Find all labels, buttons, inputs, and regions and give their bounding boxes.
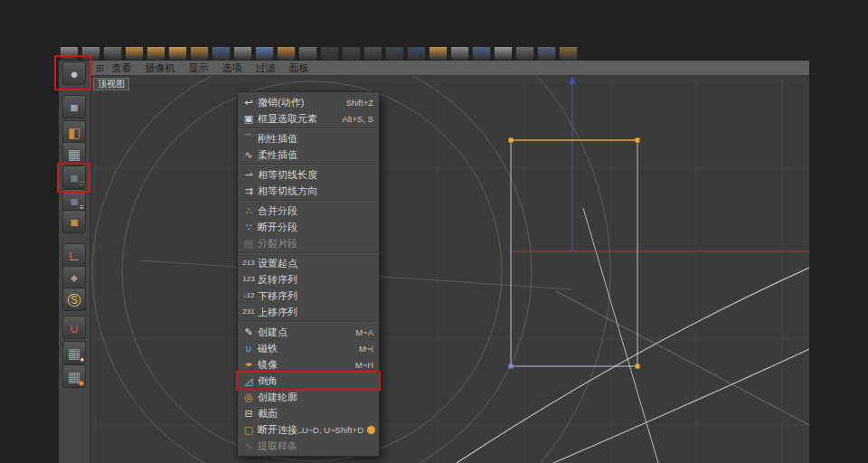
- menu-item-create-outline[interactable]: ◎创建轮廓: [238, 389, 379, 405]
- top-toolbar-icon-19[interactable]: [450, 47, 469, 61]
- top-toolbar-icon-20[interactable]: [472, 47, 491, 61]
- menu-item-disconnect[interactable]: ▢断开连接...U~D, U~Shift+D: [238, 421, 379, 438]
- top-toolbar-icon-09[interactable]: [233, 47, 252, 61]
- left-toolbar: ●■◧▦■∷■≡■∟⌖Ⓢ∪▦●▦◆: [59, 61, 90, 463]
- texture-mode-icon: ◧: [68, 126, 80, 139]
- menu-item-extract-spline[interactable]: ∿提取样条: [238, 438, 379, 454]
- undo-action-shortcut: Shift+Z: [346, 98, 377, 108]
- menu-item-soft-interpolation[interactable]: ∿柔性插值: [238, 146, 379, 163]
- menu-item-chamfer[interactable]: ◿倒角: [238, 373, 379, 389]
- snap-s-icon: Ⓢ: [68, 293, 81, 307]
- top-toolbar-icon-17[interactable]: [407, 47, 426, 61]
- menu-item-magnet[interactable]: ∪磁铁M~I: [238, 340, 379, 356]
- soft-interpolation-label: 柔性插值: [258, 148, 377, 162]
- workplane-lock-button[interactable]: ▦●: [62, 341, 86, 364]
- menu-item-frame-selected-elements[interactable]: ▣框显选取元素Alt+S, S: [238, 110, 379, 127]
- top-toolbar-icon-21[interactable]: [494, 47, 513, 61]
- move-down-sequence-label: 下移序列: [258, 289, 377, 303]
- top-toolbar-icon-04[interactable]: [125, 47, 144, 61]
- menu-item-mirror[interactable]: ◂▸镜像M~H: [238, 356, 379, 373]
- model-mode-button[interactable]: ■: [62, 95, 86, 118]
- top-toolbar-icon-24[interactable]: [559, 47, 578, 61]
- frame-selected-elements-shortcut: Alt+S, S: [342, 114, 377, 124]
- menubar-item-1[interactable]: 摄像机: [145, 61, 175, 75]
- point-bottom-right[interactable]: [636, 364, 640, 369]
- menu-item-equal-tangent-length[interactable]: ⇀相等切线长度: [238, 166, 379, 183]
- magnet-snap-button[interactable]: ∪: [62, 316, 86, 339]
- menu-item-create-point[interactable]: ✎创建点M~A: [238, 324, 379, 340]
- viewport-tool-icon: ⌖: [71, 271, 78, 285]
- cross-section-icon: ⊟: [240, 405, 258, 421]
- top-toolbar-icon-15[interactable]: [363, 47, 382, 61]
- menu-item-cross-section[interactable]: ⊟截面: [238, 405, 379, 421]
- disconnect-icon: ▢: [240, 421, 258, 438]
- desktop-background: { "window": { "viewport_label": "顶视图" },…: [0, 0, 868, 463]
- top-toolbar-icon-12[interactable]: [298, 47, 317, 61]
- point-top-left[interactable]: [509, 138, 514, 143]
- grid-menu-icon[interactable]: ⊞: [96, 63, 103, 73]
- menu-item-set-first-point[interactable]: 213设置起点: [238, 255, 379, 271]
- set-first-point-label: 设置起点: [258, 257, 377, 270]
- menu-item-reverse-sequence[interactable]: 123反转序列: [238, 271, 379, 288]
- workplane-mode-button[interactable]: ▦: [62, 142, 86, 165]
- menu-item-equal-tangent-direction[interactable]: ⇉相等切线方向: [238, 183, 379, 199]
- top-toolbar-icon-05[interactable]: [146, 47, 165, 61]
- top-toolbar-icon-13[interactable]: [320, 47, 339, 61]
- top-toolbar-icon-23[interactable]: [537, 47, 556, 61]
- mirror-shortcut: M~H: [355, 360, 377, 370]
- point-top-right[interactable]: [636, 138, 640, 143]
- menu-item-move-up-sequence[interactable]: 231上移序列: [238, 304, 379, 320]
- menu-item-rigid-interpolation[interactable]: ⌒刚性插值: [238, 130, 379, 146]
- point-bottom-left[interactable]: [509, 364, 514, 369]
- make-editable-button[interactable]: ●: [62, 61, 86, 85]
- menu-item-split-fragment[interactable]: ▤分裂片段: [238, 235, 379, 251]
- move-up-sequence-icon: 231: [240, 304, 258, 320]
- quantize-button[interactable]: ▦◆: [62, 364, 86, 388]
- diagonal-guide: [556, 291, 809, 425]
- grid: [90, 76, 809, 463]
- top-toolbar-icon-03[interactable]: [103, 47, 122, 61]
- top-toolbar-icon-01[interactable]: [60, 47, 79, 61]
- top-toolbar-icon-18[interactable]: [429, 47, 448, 61]
- polygons-mode-button[interactable]: ■: [62, 210, 86, 233]
- top-toolbar-icon-16[interactable]: [385, 47, 404, 61]
- equal-tangent-direction-icon: ⇉: [240, 183, 258, 199]
- top-toolbar-icon-11[interactable]: [277, 47, 296, 61]
- menu-item-join-segment[interactable]: ∴合并分段: [238, 203, 379, 219]
- viewport[interactable]: 顶视图: [90, 76, 809, 463]
- reverse-sequence-icon: 123: [240, 271, 258, 288]
- texture-mode-button[interactable]: ◧: [62, 120, 86, 144]
- enable-axis-button[interactable]: ∟: [62, 243, 86, 267]
- top-toolbar-icon-06[interactable]: [168, 47, 187, 61]
- top-toolbar-icon-10[interactable]: [255, 47, 274, 61]
- viewport-tool-button[interactable]: ⌖: [62, 266, 86, 289]
- y-axis-arrow-icon: [569, 76, 576, 84]
- menu-separator: [238, 200, 379, 202]
- menubar-item-3[interactable]: 选项: [222, 61, 241, 75]
- top-toolbar-icon-08[interactable]: [212, 47, 231, 61]
- move-up-sequence-label: 上移序列: [258, 306, 377, 319]
- snap-s-button[interactable]: Ⓢ: [62, 288, 86, 311]
- edges-mode-icon: ■: [70, 194, 78, 208]
- menubar-item-4[interactable]: 过滤: [255, 61, 275, 75]
- menubar-item-0[interactable]: 查看: [111, 61, 131, 75]
- menubar-item-2[interactable]: 显示: [188, 61, 208, 75]
- top-toolbar: [60, 47, 578, 61]
- create-point-shortcut: M~A: [355, 327, 377, 337]
- top-toolbar-icon-22[interactable]: [515, 47, 534, 61]
- menu-item-undo-action[interactable]: ↩撤销(动作)Shift+Z: [238, 94, 379, 110]
- quantize-sub-icon: ◆: [79, 380, 84, 387]
- points-mode-button[interactable]: ■∷: [62, 165, 86, 189]
- menu-item-break-segment[interactable]: ∵断开分段: [238, 219, 379, 235]
- frame-selected-elements-icon: ▣: [240, 110, 258, 127]
- menu-item-move-down-sequence[interactable]: ↓12下移序列: [238, 288, 379, 304]
- set-first-point-icon: 213: [240, 255, 258, 271]
- menubar-item-5[interactable]: 面板: [288, 61, 308, 75]
- top-toolbar-icon-07[interactable]: [190, 47, 209, 61]
- viewport-label[interactable]: 顶视图: [93, 78, 129, 90]
- options-gear-icon[interactable]: [367, 426, 375, 434]
- top-toolbar-icon-02[interactable]: [81, 47, 100, 61]
- top-toolbar-icon-14[interactable]: [342, 47, 361, 61]
- points-mode-icon: ■: [70, 171, 78, 184]
- mirror-icon: ◂▸: [240, 356, 258, 373]
